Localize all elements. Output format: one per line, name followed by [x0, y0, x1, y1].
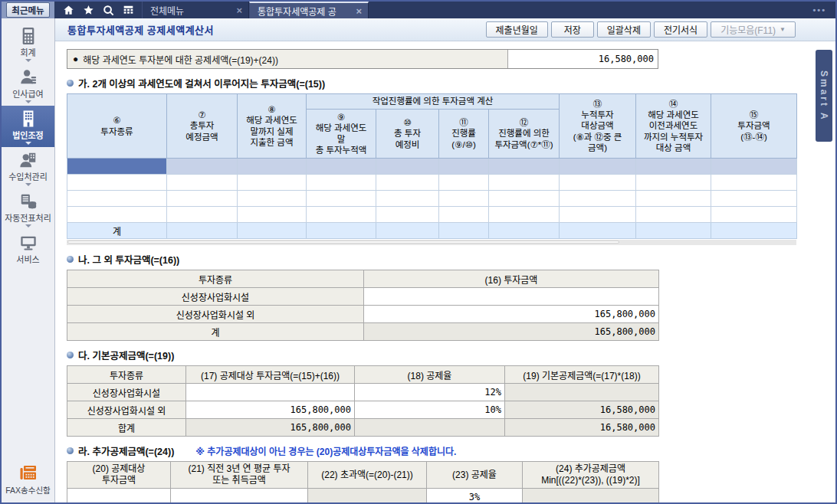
bulk-delete-button[interactable]: 일괄삭제 — [597, 21, 651, 38]
table-cell[interactable] — [439, 159, 489, 175]
sidebar-item-client-management[interactable]: 수입처관리 — [2, 147, 54, 188]
summary-label-cell: ● 해당 과세연도 투자분에 대한 공제세액(=(19)+(24)) — [67, 50, 508, 68]
smart-a-dock-tab[interactable]: Smart A — [816, 50, 832, 142]
multi-year-investment-table: ⑥ 투자종류 ⑦ 총투자 예정금액 ⑧ 해당 과세연도 말까지 실제 지출한 금… — [67, 93, 797, 239]
section-bullet-icon — [67, 447, 74, 454]
overflow-menu-icon[interactable]: ••• — [812, 2, 835, 18]
col-header: ⑨ 해당 과세연도 말 총 투자누적액 — [307, 110, 376, 159]
tab-investment-credit[interactable]: 통합투자세액공제 공 × — [249, 2, 369, 18]
table-cell[interactable] — [307, 191, 376, 207]
table-cell[interactable] — [167, 175, 238, 191]
total-cell — [376, 223, 439, 239]
col-header: ⑩ 총 투자 예정비 — [376, 110, 439, 159]
table-cell[interactable] — [67, 175, 167, 191]
table-cell[interactable] — [238, 207, 307, 223]
table-cell[interactable] — [636, 159, 711, 175]
table-cell[interactable] — [376, 207, 439, 223]
table-cell[interactable] — [711, 191, 797, 207]
table-cell[interactable] — [439, 175, 489, 191]
table-cell[interactable] — [167, 207, 238, 223]
amount-cell[interactable] — [186, 384, 355, 401]
recent-menu-button[interactable]: 최근메뉴 — [6, 2, 49, 18]
table-cell[interactable] — [376, 191, 439, 207]
table-cell[interactable] — [376, 159, 439, 175]
table-cell[interactable] — [307, 159, 376, 175]
table-cell[interactable] — [307, 175, 376, 191]
rate-cell[interactable]: 3% — [427, 489, 523, 503]
row-label: 합계 — [67, 419, 186, 437]
sidebar-item-accounting[interactable]: 회계 — [2, 23, 54, 64]
computed-cell — [523, 489, 659, 503]
sidebar-item-corporate-adjustment[interactable]: 법인조정 — [2, 106, 54, 147]
tab-close-icon[interactable]: × — [354, 5, 363, 17]
table-cell[interactable] — [307, 207, 376, 223]
function-menu-button[interactable]: 기능모음(F11) ▼ — [711, 21, 796, 38]
computed-cell — [505, 384, 659, 401]
total-amount-cell: 165,800,000 — [186, 419, 355, 437]
table-row — [67, 175, 797, 191]
col-header: (20) 공제대상 투자금액 — [67, 462, 171, 489]
section-ra-title: 라. 추가공제금액(=(24)) ※ 추가공제대상이 아닌 경우는 (20)공제… — [67, 443, 835, 458]
sidebar-item-label: 자동전표처리 — [5, 211, 51, 224]
section-bullet-icon — [67, 256, 74, 263]
col-header: ⑮ 투자금액 (⑬-⑭) — [711, 94, 797, 159]
table-cell[interactable] — [560, 175, 636, 191]
table-cell[interactable] — [439, 191, 489, 207]
amount-cell[interactable]: 165,800,000 — [186, 401, 355, 419]
horizontal-scrollbar[interactable] — [67, 240, 796, 245]
table-cell[interactable] — [67, 207, 167, 223]
total-cell — [167, 223, 238, 239]
table-cell[interactable] — [376, 175, 439, 191]
amount-cell[interactable] — [171, 489, 308, 503]
search-icon[interactable] — [100, 3, 117, 17]
tab-close-icon[interactable]: × — [235, 5, 244, 16]
rate-cell[interactable]: 12% — [355, 384, 505, 401]
table-cell[interactable] — [489, 175, 560, 191]
summary-label: 해당 과세연도 투자분에 대한 공제세액(=(19)+(24)) — [83, 53, 278, 66]
table-cell[interactable] — [489, 159, 560, 175]
table-cell[interactable] — [636, 207, 711, 223]
previous-form-button[interactable]: 전기서식 — [654, 21, 707, 38]
col-header: ⑪ 진행률 (⑨/⑩) — [439, 110, 489, 159]
home-icon[interactable] — [60, 3, 77, 17]
selected-cell[interactable] — [67, 159, 167, 175]
table-cell[interactable] — [167, 159, 238, 175]
table-cell[interactable] — [560, 191, 636, 207]
table-cell[interactable] — [711, 207, 797, 223]
table-cell[interactable] — [238, 191, 307, 207]
scrollbar-thumb[interactable] — [67, 241, 619, 244]
tab-all-menu[interactable]: 전체메뉴 × — [142, 2, 249, 18]
table-cell[interactable] — [560, 159, 636, 175]
col-header: (22) 초과액(=(20)-(21)) — [308, 462, 427, 489]
sidebar-item-fax[interactable]: FAX송수신함 — [2, 460, 54, 498]
amount-cell[interactable]: 165,800,000 — [364, 306, 659, 323]
sidebar-item-hr-payroll[interactable]: 인사급여 — [2, 64, 54, 106]
main-content: ● 해당 과세연도 투자분에 대한 공제세액(=(19)+(24)) 16,58… — [55, 41, 835, 502]
table-cell[interactable] — [489, 191, 560, 207]
table-row: 3% — [67, 489, 659, 503]
table-cell[interactable] — [67, 191, 167, 207]
table-cell[interactable] — [167, 191, 238, 207]
table-cell[interactable] — [238, 175, 307, 191]
rate-cell[interactable]: 10% — [355, 401, 505, 419]
col-header: 투자종류 — [67, 366, 186, 384]
table-cell[interactable] — [489, 207, 560, 223]
sidebar-item-service[interactable]: 서비스 — [2, 230, 54, 267]
amount-cell[interactable] — [364, 288, 659, 306]
table-cell[interactable] — [711, 175, 797, 191]
amount-cell[interactable] — [67, 489, 171, 503]
row-label: 신성장사업화시설 외 — [67, 401, 186, 419]
table-cell[interactable] — [711, 159, 797, 175]
sidebar-item-auto-voucher[interactable]: 자동전표처리 — [2, 188, 54, 230]
table-cell[interactable] — [636, 191, 711, 207]
table-cell[interactable] — [636, 175, 711, 191]
save-button[interactable]: 저장 — [551, 21, 594, 38]
menu-grid-icon[interactable] — [120, 3, 137, 17]
table-cell[interactable] — [560, 207, 636, 223]
table-cell[interactable] — [238, 159, 307, 175]
star-icon[interactable] — [80, 3, 97, 17]
table-cell[interactable] — [439, 207, 489, 223]
submit-date-button[interactable]: 제출년월일 — [486, 21, 548, 38]
building-icon — [20, 110, 37, 128]
section-title-text: 나. 그 외 투자금액(=(16)) — [78, 252, 179, 267]
